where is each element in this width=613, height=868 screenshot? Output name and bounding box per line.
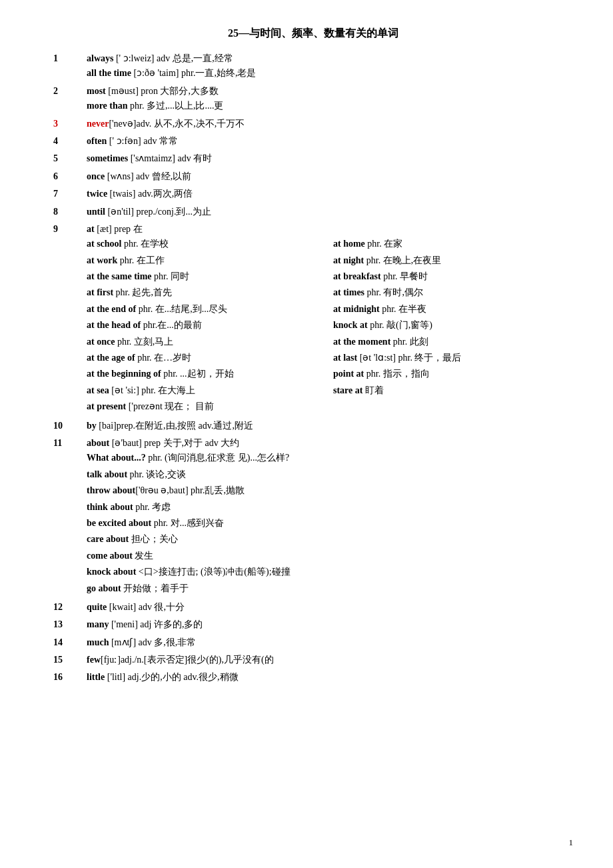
entry-num: 14 [53,635,87,650]
phr-row: at the same time phr. 同时at breakfast phr… [87,269,573,284]
phr-right: stare at 盯着 [333,383,573,398]
entry-line: sometimes ['sʌmtaimz] adv 有时 [87,151,573,166]
entry-line: all the time [ɔ:ðə 'taim] phr.一直,始终,老是 [87,66,573,81]
entry-text: little ['litl] adj.少的,小的 adv.很少,稍微 [87,670,573,685]
entry-num: 16 [53,670,87,685]
entry-num: 9 [53,222,87,416]
phr-row: at work phr. 在工作at night phr. 在晚上,在夜里 [87,253,573,268]
entry-16: 16little ['litl] adj.少的,小的 adv.很少,稍微 [53,670,573,685]
phr-left: at the age of phr. 在…岁时 [87,351,326,365]
phr-row: at sea [ət 'si:] phr. 在大海上stare at 盯着 [87,383,573,398]
phr-row: at present ['prezənt 现在； 目前 [87,399,573,414]
entry-line: until [ən'til] prep./conj.到...为止 [87,205,573,219]
phr-right: at night phr. 在晚上,在夜里 [333,253,573,268]
entry-line: often [' ɔ:fən] adv 常常 [87,134,573,149]
entry-3: 3never['nevə]adv. 从不,永不,决不,千万不 [53,117,573,131]
entry-line: twice [twais] adv.两次,两倍 [87,187,573,201]
phr-row: at the end of phr. 在...结尾,到...尽头at midni… [87,302,573,317]
phr-left: at work phr. 在工作 [87,253,326,268]
phr-left: at once phr. 立刻,马上 [87,335,326,349]
phr-row: at school phr. 在学校at home phr. 在家 [87,237,573,251]
phr-item: care about 担心；关心 [87,532,573,547]
entry-main: about [ə'baut] prep 关于,对于 adv 大约 [87,436,573,451]
entry-num: 10 [53,419,87,433]
entry-10: 10by [bai]prep.在附近,由,按照 adv.通过,附近 [53,419,573,433]
phr-item: throw about['θrəu ə,baut] phr.乱丢,抛散 [87,483,573,498]
entry-num: 15 [53,653,87,667]
entry-num: 4 [53,134,87,149]
entry-text: many ['meni] adj 许多的,多的 [87,617,573,632]
entry-num: 13 [53,617,87,632]
phr-left: at school phr. 在学校 [87,237,326,251]
page-title: 25—与时间、频率、数量有关的单词 [53,27,573,41]
entry-6: 6once [wʌns] adv 曾经,以前 [53,169,573,184]
phr-row: at the age of phr. 在…岁时at last [ət 'lɑ:s… [87,351,573,365]
entry-num: 7 [53,187,87,201]
phr-item: talk about phr. 谈论,交谈 [87,467,573,482]
phr-right [333,399,573,414]
entry-12: 12quite [kwait] adv 很,十分 [53,600,573,615]
phr-left: at the head of phr.在...的最前 [87,318,326,333]
phr-left: at the beginning of phr. ...起初，开始 [87,367,326,381]
entry-line: most [məust] pron 大部分,大多数 [87,84,573,99]
phr-row: at once phr. 立刻,马上at the moment phr. 此刻 [87,335,573,349]
phr-item: be excited about phr. 对...感到兴奋 [87,516,573,531]
entry-text: quite [kwait] adv 很,十分 [87,600,573,615]
phr-right: knock at phr. 敲(门,窗等) [333,318,573,333]
entry-line: never['nevə]adv. 从不,永不,决不,千万不 [87,117,573,131]
phr-right: at last [ət 'lɑ:st] phr. 终于，最后 [333,351,573,365]
entry-4: 4often [' ɔ:fən] adv 常常 [53,134,573,149]
phr-row: at first phr. 起先,首先at times phr. 有时,偶尔 [87,285,573,300]
entry-main: by [bai]prep.在附近,由,按照 adv.通过,附近 [87,419,573,433]
entry-1: 1always [' ɔ:lweiz] adv 总是,一直,经常all the … [53,51,573,81]
phr-left: at the same time phr. 同时 [87,269,326,284]
phr-left: at present ['prezənt 现在； 目前 [87,399,326,414]
entry-num: 12 [53,600,87,615]
entry-line: more than phr. 多过,...以上,比....更 [87,99,573,113]
entry-line: always [' ɔ:lweiz] adv 总是,一直,经常 [87,51,573,66]
phr-row: at the head of phr.在...的最前knock at phr. … [87,318,573,333]
entry-14: 14much [mʌtʃ] adv 多,很,非常 [53,635,573,650]
entry-2: 2most [məust] pron 大部分,大多数more than phr.… [53,84,573,114]
phr-left: at first phr. 起先,首先 [87,285,326,300]
entry-num: 11 [53,436,87,597]
phr-left: at the end of phr. 在...结尾,到...尽头 [87,302,326,317]
phr-right: at the moment phr. 此刻 [333,335,573,349]
entry-main: at [æt] prep 在 [87,222,573,237]
phr-left: at sea [ət 'si:] phr. 在大海上 [87,383,326,398]
entry-num: 3 [53,117,87,131]
entry-7: 7twice [twais] adv.两次,两倍 [53,187,573,201]
phr-item: knock about <口>接连打击; (浪等)冲击(船等);碰撞 [87,565,573,579]
phr-item: go about 开始做；着手于 [87,581,573,596]
phr-right: at times phr. 有时,偶尔 [333,285,573,300]
phr-row: at the beginning of phr. ...起初，开始point a… [87,367,573,381]
phr-item: What about...? phr. (询问消息,征求意 见)...怎么样? [87,451,573,465]
phr-item: think about phr. 考虑 [87,500,573,515]
entry-9: 9at [æt] prep 在at school phr. 在学校at home… [53,222,573,416]
entry-11: 11about [ə'baut] prep 关于,对于 adv 大约What a… [53,436,573,597]
entry-text: much [mʌtʃ] adv 多,很,非常 [87,635,573,650]
phr-right: at breakfast phr. 早餐时 [333,269,573,284]
entry-5: 5sometimes ['sʌmtaimz] adv 有时 [53,151,573,166]
entry-15: 15few[fjuː]adj./n.[表示否定]很少(的),几乎没有(的 [53,653,573,667]
entry-13: 13many ['meni] adj 许多的,多的 [53,617,573,632]
entry-8: 8until [ən'til] prep./conj.到...为止 [53,205,573,219]
entry-text: few[fjuː]adj./n.[表示否定]很少(的),几乎没有(的 [87,653,573,667]
entry-num: 1 [53,51,87,81]
entry-num: 2 [53,84,87,114]
phr-right: at midnight phr. 在半夜 [333,302,573,317]
entry-line: once [wʌns] adv 曾经,以前 [87,169,573,184]
page-number: 1 [569,837,574,848]
entry-num: 8 [53,205,87,219]
phr-item: come about 发生 [87,549,573,563]
entry-num: 5 [53,151,87,166]
entry-num: 6 [53,169,87,184]
phr-right: at home phr. 在家 [333,237,573,251]
phr-right: point at phr. 指示，指向 [333,367,573,381]
